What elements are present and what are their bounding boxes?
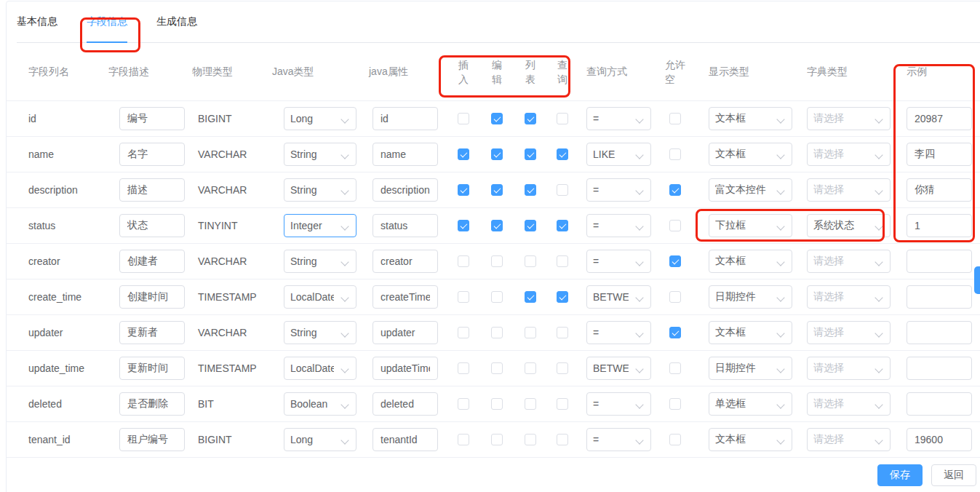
query-type-select[interactable]: =: [586, 178, 651, 202]
field-desc-input[interactable]: [119, 107, 185, 130]
drawer-handle[interactable]: [974, 266, 980, 294]
query-checkbox[interactable]: [557, 291, 568, 303]
dict-type-select[interactable]: 系统状态: [807, 214, 891, 237]
query-checkbox[interactable]: [557, 184, 568, 196]
java-attr-input[interactable]: [373, 321, 438, 344]
dict-type-select[interactable]: 请选择: [807, 392, 891, 416]
query-type-select[interactable]: =: [586, 321, 651, 344]
field-desc-input[interactable]: [119, 143, 185, 166]
query-type-select[interactable]: =: [586, 428, 651, 451]
nullable-checkbox[interactable]: [669, 255, 681, 267]
java-type-select[interactable]: LocalDateTime: [284, 285, 356, 309]
java-type-select[interactable]: Integer: [284, 214, 356, 237]
dict-type-select[interactable]: 请选择: [807, 178, 891, 202]
example-input[interactable]: [907, 214, 972, 237]
field-desc-input[interactable]: [119, 392, 185, 416]
nullable-checkbox[interactable]: [669, 362, 681, 374]
edit-checkbox[interactable]: [491, 291, 503, 303]
display-type-select[interactable]: 文本框: [709, 321, 792, 344]
example-input[interactable]: [907, 178, 972, 202]
query-type-select[interactable]: =: [586, 392, 651, 416]
java-attr-input[interactable]: [373, 143, 438, 166]
dict-type-select[interactable]: 请选择: [807, 250, 891, 273]
dict-type-select[interactable]: 请选择: [807, 428, 891, 451]
display-type-select[interactable]: 日期控件: [709, 357, 792, 380]
dict-type-select[interactable]: 请选择: [807, 107, 891, 130]
display-type-select[interactable]: 文本框: [709, 107, 792, 130]
tab-1[interactable]: 字段信息: [87, 1, 127, 42]
field-desc-input[interactable]: [119, 178, 185, 202]
display-type-select[interactable]: 日期控件: [709, 285, 792, 309]
field-desc-input[interactable]: [119, 428, 185, 451]
field-desc-input[interactable]: [119, 357, 185, 380]
insert-checkbox[interactable]: [458, 291, 469, 303]
nullable-checkbox[interactable]: [669, 184, 681, 196]
example-input[interactable]: [907, 250, 972, 273]
dict-type-select[interactable]: 请选择: [807, 321, 891, 344]
edit-checkbox[interactable]: [491, 398, 503, 410]
insert-checkbox[interactable]: [458, 184, 469, 196]
insert-checkbox[interactable]: [458, 434, 469, 445]
query-checkbox[interactable]: [557, 255, 568, 267]
example-input[interactable]: [907, 321, 972, 344]
java-attr-input[interactable]: [373, 392, 438, 416]
nullable-checkbox[interactable]: [669, 398, 681, 410]
java-attr-input[interactable]: [373, 178, 438, 202]
display-type-select[interactable]: 文本框: [709, 250, 792, 273]
example-input[interactable]: [907, 428, 972, 451]
query-checkbox[interactable]: [557, 434, 568, 445]
example-input[interactable]: [907, 107, 972, 130]
example-input[interactable]: [907, 143, 972, 166]
nullable-checkbox[interactable]: [669, 220, 681, 231]
insert-checkbox[interactable]: [458, 113, 469, 124]
java-attr-input[interactable]: [373, 285, 438, 309]
java-attr-input[interactable]: [373, 107, 438, 130]
java-type-select[interactable]: Boolean: [284, 392, 356, 416]
edit-checkbox[interactable]: [491, 362, 503, 374]
dict-type-select[interactable]: 请选择: [807, 285, 891, 309]
nullable-checkbox[interactable]: [669, 148, 681, 160]
list-checkbox[interactable]: [525, 113, 536, 124]
query-checkbox[interactable]: [557, 398, 568, 410]
list-checkbox[interactable]: [525, 148, 536, 160]
edit-checkbox[interactable]: [491, 434, 503, 445]
query-type-select[interactable]: LIKE: [586, 143, 651, 166]
insert-checkbox[interactable]: [458, 362, 469, 374]
edit-checkbox[interactable]: [491, 327, 503, 338]
list-checkbox[interactable]: [525, 398, 536, 410]
java-attr-input[interactable]: [373, 214, 438, 237]
insert-checkbox[interactable]: [458, 220, 469, 231]
java-type-select[interactable]: String: [284, 143, 356, 166]
tab-2[interactable]: 生成信息: [156, 1, 197, 42]
save-button[interactable]: 保存: [877, 464, 923, 486]
java-type-select[interactable]: Long: [284, 428, 356, 451]
example-input[interactable]: [907, 357, 972, 380]
query-type-select[interactable]: =: [586, 250, 651, 273]
edit-checkbox[interactable]: [491, 220, 503, 231]
list-checkbox[interactable]: [525, 362, 536, 374]
edit-checkbox[interactable]: [491, 255, 503, 267]
display-type-select[interactable]: 单选框: [709, 392, 792, 416]
java-type-select[interactable]: LocalDateTime: [284, 357, 356, 380]
display-type-select[interactable]: 文本框: [709, 428, 792, 451]
example-input[interactable]: [907, 392, 972, 416]
list-checkbox[interactable]: [525, 220, 536, 231]
display-type-select[interactable]: 富文本控件: [709, 178, 792, 202]
example-input[interactable]: [907, 285, 972, 309]
list-checkbox[interactable]: [525, 327, 536, 338]
list-checkbox[interactable]: [525, 434, 536, 445]
nullable-checkbox[interactable]: [669, 113, 681, 124]
field-desc-input[interactable]: [119, 285, 185, 309]
java-attr-input[interactable]: [373, 250, 438, 273]
list-checkbox[interactable]: [525, 184, 536, 196]
display-type-select[interactable]: 下拉框: [709, 214, 792, 237]
insert-checkbox[interactable]: [458, 255, 469, 267]
tab-0[interactable]: 基本信息: [17, 1, 57, 42]
dict-type-select[interactable]: 请选择: [807, 143, 891, 166]
query-checkbox[interactable]: [557, 148, 568, 160]
java-type-select[interactable]: String: [284, 178, 356, 202]
nullable-checkbox[interactable]: [669, 327, 681, 338]
java-type-select[interactable]: Long: [284, 107, 356, 130]
field-desc-input[interactable]: [119, 250, 185, 273]
insert-checkbox[interactable]: [458, 398, 469, 410]
